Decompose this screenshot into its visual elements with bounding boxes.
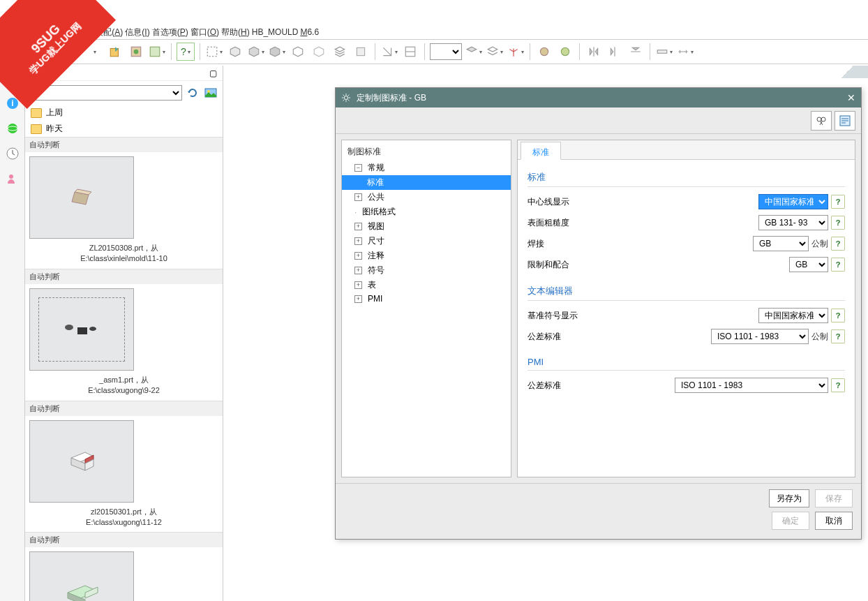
history-panel: 记录 ▢ 上周 昨天 自动判断 ZL20150308.prt，从 E:\clas… [25,66,223,601]
dialog-titlebar[interactable]: 定制制图标准 - GB ✕ [336,88,861,107]
toolbar-layer-select[interactable] [430,43,462,60]
dialog-find-button[interactable] [811,111,832,131]
history-refresh-icon[interactable] [185,85,200,101]
history-thumb [29,288,134,371]
toolbar-cube-2[interactable] [247,43,265,61]
toolbar-mirror-2[interactable] [606,43,624,61]
folder-icon [31,124,42,134]
tree-paper[interactable]: ·图纸格式 [342,205,511,219]
weld-unit: 公制 [811,238,828,250]
help-icon[interactable] [831,195,845,209]
tab-standard[interactable]: 标准 [521,142,561,160]
help-icon[interactable] [831,237,845,251]
svg-rect-4 [207,47,217,57]
tree-table[interactable]: +表 [342,278,511,292]
history-undock-icon[interactable]: ▢ [209,68,217,78]
history-search-select[interactable] [29,85,182,101]
tree-symbol[interactable]: +符号 [342,263,511,278]
toolbar-section[interactable] [380,43,398,61]
history-thumb [29,551,134,601]
toolbar-btn-1[interactable] [106,43,124,61]
toolbar-fit[interactable] [205,43,223,61]
tree-common[interactable]: +公共 [342,190,511,205]
pmi-tolerance-label: 公差标准 [527,380,669,392]
menu-hbmould[interactable]: HB_MOULD [252,27,299,37]
help-icon[interactable] [831,309,845,322]
save-button[interactable]: 保存 [815,489,853,507]
history-caption: _asm1.prt，从 E:\class\xugong\9-22 [25,375,223,401]
sidebar-web-icon[interactable] [3,119,22,138]
main-corner [826,66,868,78]
help-icon[interactable] [831,216,845,230]
standards-tree: 制图标准 −常规 标准 +公共 ·图纸格式 +视图 +尺寸 +注释 +符号 +表… [341,140,511,477]
toolbar-wireframe-2[interactable] [310,43,328,61]
toolbar-analysis-2[interactable] [556,43,574,61]
history-thumb [29,420,134,503]
toolbar-help-dropdown[interactable]: ? [177,43,195,61]
tree-general[interactable]: −常规 [342,161,511,175]
svg-point-7 [540,47,548,55]
dialog-settings-button[interactable] [835,111,855,131]
history-item[interactable]: 自动判断 ZL20150308.prt，从 E:\class\xinlei\mo… [25,137,223,269]
history-caption: ZL20150308.prt，从 E:\class\xinlei\mold\11… [25,243,223,269]
dialog-close-icon[interactable]: ✕ [847,92,855,103]
history-item[interactable]: 自动判断 [25,532,223,601]
toolbar-csys[interactable] [507,43,525,61]
weld-select[interactable]: GB [753,236,809,251]
tree-view[interactable]: +视图 [342,219,511,234]
menu-version[interactable]: M6.6 [300,27,319,37]
toolbar-measure-2[interactable] [676,43,694,61]
tolerance-select[interactable]: ISO 1101 - 1983 [711,329,809,344]
section-pmi-title: PMI [527,353,845,371]
folder-lastweek[interactable]: 上周 [25,105,223,121]
toolbar-layers[interactable] [331,43,349,61]
toolbar-layers-3[interactable] [486,43,504,61]
surface-label: 表面粗糙度 [527,217,753,229]
svg-point-8 [561,47,569,55]
history-item[interactable]: 自动判断 zl20150301.prt，从 E:\class\xugong\11… [25,401,223,533]
toolbar-clip[interactable] [401,43,419,61]
dialog-tabs: 标准 [518,140,855,160]
menu-preferences[interactable]: 首选项(P) [152,27,188,38]
dialog-footer: 另存为 保存 确定 取消 [336,483,861,539]
tree-standard[interactable]: 标准 [342,175,511,190]
toolbar-layers-2[interactable] [465,43,483,61]
limit-select[interactable]: GB [789,257,828,272]
tolerance-unit: 公制 [811,331,828,343]
history-caption: zl20150301.prt，从 E:\class\xugong\11-12 [25,507,223,533]
history-item[interactable]: 自动判断 _asm1.prt，从 E:\class\xugong\9-22 [25,269,223,401]
toolbar-analysis-1[interactable] [535,43,553,61]
toolbar-wireframe-1[interactable] [289,43,307,61]
surface-select[interactable]: GB 131- 93 [758,215,828,230]
toolbar-rect[interactable] [352,43,370,61]
toolbar-cube-3[interactable] [268,43,286,61]
toolbar-measure-1[interactable] [655,43,673,61]
cancel-button[interactable]: 取消 [815,512,853,530]
centerline-select[interactable]: 中国国家标准 [758,194,828,209]
dialog-toolbar [336,107,861,134]
menu-info[interactable]: 信息(I) [125,27,149,38]
toolbar-mirror-3[interactable] [627,43,645,61]
toolbar-cube-1[interactable] [226,43,244,61]
pmi-tolerance-select[interactable]: ISO 1101 - 1983 [675,378,828,393]
saveas-button[interactable]: 另存为 [769,489,809,507]
help-icon[interactable] [831,329,845,343]
folder-yesterday[interactable]: 昨天 [25,121,223,137]
help-icon[interactable] [831,258,845,272]
sidebar-history-icon[interactable] [3,144,22,163]
ok-button[interactable]: 确定 [772,512,809,530]
datum-select[interactable]: 中国国家标准 [758,308,828,323]
sidebar-roles-icon[interactable] [3,169,22,188]
toolbar-btn-2[interactable] [127,43,145,61]
tree-dimension[interactable]: +尺寸 [342,234,511,248]
toolbar-mirror-1[interactable] [585,43,603,61]
help-icon[interactable] [831,378,845,392]
svg-point-25 [817,117,821,121]
toolbar-btn-3[interactable] [148,43,166,61]
svg-rect-9 [657,50,667,54]
menu-help[interactable]: 帮助(H) [221,27,250,38]
history-image-icon[interactable] [203,85,218,101]
tree-annotation[interactable]: +注释 [342,248,511,263]
tree-pmi[interactable]: +PMI [342,292,511,305]
menu-window[interactable]: 窗口(O) [190,27,219,38]
